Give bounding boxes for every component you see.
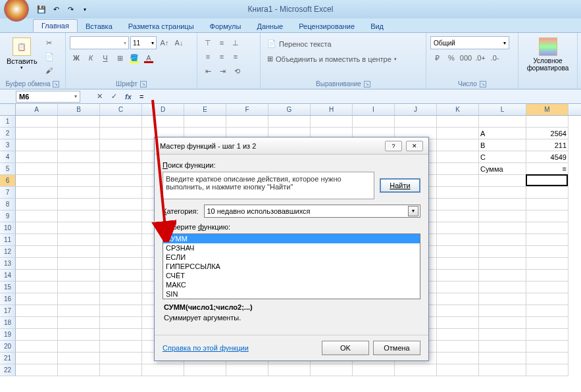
- function-list[interactable]: СУММСРЗНАЧЕСЛИГИПЕРССЫЛКАСЧЁТМАКСSIN: [163, 233, 420, 299]
- cell-L21[interactable]: [479, 353, 526, 364]
- border-button[interactable]: ⊞: [113, 51, 126, 64]
- cell-A16[interactable]: [16, 293, 58, 305]
- format-painter-button[interactable]: 🖌: [43, 64, 56, 77]
- function-help-link[interactable]: Справка по этой функции: [163, 344, 249, 352]
- cell-L15[interactable]: [479, 282, 526, 293]
- cell-M6[interactable]: [526, 175, 568, 187]
- column-header-I[interactable]: I: [353, 104, 395, 115]
- cell-C6[interactable]: [100, 175, 142, 187]
- cell-A9[interactable]: [16, 210, 58, 222]
- row-header-5[interactable]: 5: [0, 163, 16, 175]
- cell-L20[interactable]: [479, 341, 526, 353]
- cell-C11[interactable]: [100, 234, 142, 246]
- cell-M22[interactable]: [526, 364, 568, 376]
- row-header-2[interactable]: 2: [0, 128, 16, 139]
- column-header-D[interactable]: D: [142, 104, 184, 115]
- cell-C9[interactable]: [100, 210, 142, 222]
- underline-button[interactable]: Ч: [99, 51, 112, 64]
- cell-C12[interactable]: [100, 246, 142, 258]
- wrap-text-button[interactable]: 📄Перенос текста: [265, 38, 334, 49]
- cell-K1[interactable]: [437, 116, 479, 128]
- find-button[interactable]: Найти: [380, 178, 420, 193]
- cell-M10[interactable]: [526, 222, 568, 234]
- row-header-20[interactable]: 20: [0, 341, 16, 353]
- cell-A6[interactable]: [16, 175, 58, 187]
- column-header-E[interactable]: E: [184, 104, 226, 115]
- cell-K3[interactable]: [437, 139, 479, 151]
- cell-M3[interactable]: 211: [526, 139, 568, 151]
- cell-L9[interactable]: [479, 210, 526, 222]
- cell-B17[interactable]: [58, 305, 100, 317]
- cell-B1[interactable]: [58, 116, 100, 128]
- cell-B19[interactable]: [58, 329, 100, 341]
- fill-color-button[interactable]: 🪣: [128, 51, 141, 64]
- cell-A2[interactable]: [16, 128, 58, 139]
- row-header-7[interactable]: 7: [0, 187, 16, 199]
- cell-C7[interactable]: [100, 187, 142, 199]
- function-item-СРЗНАЧ[interactable]: СРЗНАЧ: [163, 243, 420, 253]
- cell-K14[interactable]: [437, 270, 479, 282]
- row-header-14[interactable]: 14: [0, 270, 16, 282]
- cell-G1[interactable]: [268, 116, 311, 128]
- cell-L10[interactable]: [479, 222, 526, 234]
- column-header-F[interactable]: F: [226, 104, 268, 115]
- row-header-3[interactable]: 3: [0, 139, 16, 151]
- alignment-dialog-launcher[interactable]: ↘: [364, 81, 370, 87]
- tab-data[interactable]: Данные: [249, 20, 291, 32]
- enter-formula-button[interactable]: ✓: [108, 91, 120, 103]
- grow-font-button[interactable]: A↑: [158, 36, 171, 49]
- row-header-9[interactable]: 9: [0, 210, 16, 222]
- cell-L5[interactable]: Сумма: [479, 163, 526, 175]
- cell-C8[interactable]: [100, 199, 142, 210]
- cell-B15[interactable]: [58, 282, 100, 293]
- decrease-indent-button[interactable]: ⇤: [201, 64, 215, 78]
- cell-A19[interactable]: [16, 329, 58, 341]
- column-header-H[interactable]: H: [311, 104, 353, 115]
- cell-B12[interactable]: [58, 246, 100, 258]
- cell-C15[interactable]: [100, 282, 142, 293]
- clipboard-dialog-launcher[interactable]: ↘: [53, 81, 59, 87]
- cell-J1[interactable]: [395, 116, 437, 128]
- align-center-button[interactable]: ≡: [215, 50, 228, 63]
- cell-B14[interactable]: [58, 270, 100, 282]
- cell-M11[interactable]: [526, 234, 568, 246]
- cell-K7[interactable]: [437, 187, 479, 199]
- cell-K13[interactable]: [437, 258, 479, 270]
- cell-M14[interactable]: [526, 270, 568, 282]
- ok-button[interactable]: OK: [322, 341, 369, 355]
- cell-B6[interactable]: [58, 175, 100, 187]
- dialog-titlebar[interactable]: Мастер функций - шаг 1 из 2 ? ✕: [155, 137, 428, 155]
- column-header-J[interactable]: J: [395, 104, 437, 115]
- cell-L18[interactable]: [479, 317, 526, 329]
- dialog-help-button[interactable]: ?: [385, 141, 402, 151]
- cell-E22[interactable]: [184, 364, 226, 376]
- row-header-8[interactable]: 8: [0, 199, 16, 210]
- cell-B3[interactable]: [58, 139, 100, 151]
- cell-A13[interactable]: [16, 258, 58, 270]
- cell-A14[interactable]: [16, 270, 58, 282]
- cell-F22[interactable]: [226, 364, 268, 376]
- cell-L6[interactable]: [479, 175, 526, 187]
- cell-L17[interactable]: [479, 305, 526, 317]
- cell-C10[interactable]: [100, 222, 142, 234]
- column-header-A[interactable]: A: [16, 104, 58, 115]
- cell-L11[interactable]: [479, 234, 526, 246]
- cell-A17[interactable]: [16, 305, 58, 317]
- column-header-G[interactable]: G: [268, 104, 311, 115]
- cell-L4[interactable]: C: [479, 151, 526, 163]
- number-dialog-launcher[interactable]: ↘: [480, 81, 486, 87]
- cell-D22[interactable]: [142, 364, 184, 376]
- bold-button[interactable]: Ж: [70, 51, 83, 64]
- column-header-L[interactable]: L: [479, 104, 526, 115]
- function-item-ЕСЛИ[interactable]: ЕСЛИ: [163, 253, 420, 262]
- row-header-15[interactable]: 15: [0, 282, 16, 293]
- currency-button[interactable]: ₽: [430, 51, 443, 64]
- cell-A5[interactable]: [16, 163, 58, 175]
- shrink-font-button[interactable]: A↓: [172, 36, 186, 49]
- cell-B22[interactable]: [58, 364, 100, 376]
- cell-M18[interactable]: [526, 317, 568, 329]
- cell-K20[interactable]: [437, 341, 479, 353]
- copy-button[interactable]: 📄: [43, 50, 56, 63]
- cell-F1[interactable]: [226, 116, 268, 128]
- cell-B13[interactable]: [58, 258, 100, 270]
